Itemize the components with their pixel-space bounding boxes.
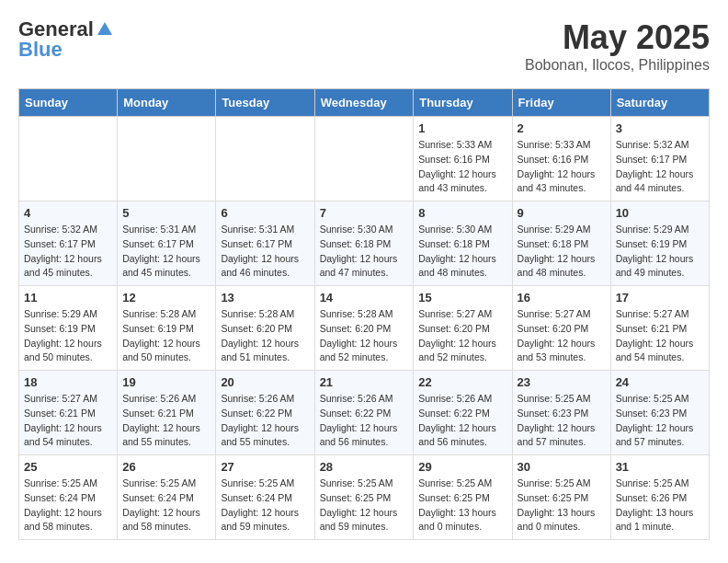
day-number: 22 [418,375,506,389]
calendar-cell: 13Sunrise: 5:28 AM Sunset: 6:20 PM Dayli… [216,286,314,371]
day-number: 9 [518,206,606,220]
header-saturday: Saturday [610,89,709,117]
calendar-cell: 14Sunrise: 5:28 AM Sunset: 6:20 PM Dayli… [314,286,414,371]
day-number: 12 [122,291,210,304]
calendar-cell: 21Sunrise: 5:26 AM Sunset: 6:22 PM Dayli… [314,371,414,455]
day-detail: Sunrise: 5:28 AM Sunset: 6:19 PM Dayligh… [122,307,210,365]
day-detail: Sunrise: 5:27 AM Sunset: 6:20 PM Dayligh… [418,307,506,365]
day-detail: Sunrise: 5:33 AM Sunset: 6:16 PM Dayligh… [518,138,606,196]
header-thursday: Thursday [414,89,512,117]
day-detail: Sunrise: 5:33 AM Sunset: 6:16 PM Dayligh… [418,138,506,196]
day-number: 3 [616,121,704,135]
page-header: General Blue May 2025 Bobonan, Ilocos, P… [18,18,710,74]
day-number: 23 [518,375,606,389]
calendar-cell: 8Sunrise: 5:30 AM Sunset: 6:18 PM Daylig… [414,201,512,286]
calendar-cell: 18Sunrise: 5:27 AM Sunset: 6:21 PM Dayli… [19,371,118,455]
calendar-cell: 1Sunrise: 5:33 AM Sunset: 6:16 PM Daylig… [414,117,512,201]
calendar-cell: 31Sunrise: 5:25 AM Sunset: 6:26 PM Dayli… [610,455,709,540]
day-detail: Sunrise: 5:29 AM Sunset: 6:19 PM Dayligh… [24,307,112,365]
calendar-cell: 15Sunrise: 5:27 AM Sunset: 6:20 PM Dayli… [414,286,512,371]
calendar-cell: 24Sunrise: 5:25 AM Sunset: 6:23 PM Dayli… [610,371,709,455]
week-row-2: 4Sunrise: 5:32 AM Sunset: 6:17 PM Daylig… [19,201,710,286]
calendar-cell: 22Sunrise: 5:26 AM Sunset: 6:22 PM Dayli… [414,371,512,455]
day-detail: Sunrise: 5:25 AM Sunset: 6:25 PM Dayligh… [518,477,606,534]
day-detail: Sunrise: 5:31 AM Sunset: 6:17 PM Dayligh… [221,223,309,281]
day-detail: Sunrise: 5:25 AM Sunset: 6:25 PM Dayligh… [320,477,409,534]
calendar-cell: 30Sunrise: 5:25 AM Sunset: 6:25 PM Dayli… [512,455,610,540]
day-number: 6 [221,206,309,220]
calendar-cell: 3Sunrise: 5:32 AM Sunset: 6:17 PM Daylig… [610,117,709,201]
day-detail: Sunrise: 5:26 AM Sunset: 6:22 PM Dayligh… [320,392,409,450]
day-detail: Sunrise: 5:25 AM Sunset: 6:23 PM Dayligh… [518,392,606,450]
svg-marker-0 [97,22,112,35]
calendar-cell: 10Sunrise: 5:29 AM Sunset: 6:19 PM Dayli… [610,201,709,286]
calendar-cell: 29Sunrise: 5:25 AM Sunset: 6:25 PM Dayli… [414,455,512,540]
week-row-4: 18Sunrise: 5:27 AM Sunset: 6:21 PM Dayli… [19,371,710,455]
day-number: 29 [418,460,506,474]
day-detail: Sunrise: 5:28 AM Sunset: 6:20 PM Dayligh… [221,307,309,365]
calendar-cell: 26Sunrise: 5:25 AM Sunset: 6:24 PM Dayli… [118,455,216,540]
calendar-body: 1Sunrise: 5:33 AM Sunset: 6:16 PM Daylig… [19,117,710,540]
day-number: 17 [616,291,704,304]
calendar-cell [216,117,314,201]
calendar-cell: 19Sunrise: 5:26 AM Sunset: 6:21 PM Dayli… [118,371,216,455]
calendar-cell: 12Sunrise: 5:28 AM Sunset: 6:19 PM Dayli… [118,286,216,371]
day-number: 11 [24,291,112,304]
calendar-cell: 6Sunrise: 5:31 AM Sunset: 6:17 PM Daylig… [216,201,314,286]
day-number: 18 [24,375,112,389]
day-detail: Sunrise: 5:31 AM Sunset: 6:17 PM Dayligh… [122,223,210,281]
day-detail: Sunrise: 5:26 AM Sunset: 6:22 PM Dayligh… [418,392,506,450]
day-number: 7 [320,206,409,220]
calendar-cell: 27Sunrise: 5:25 AM Sunset: 6:24 PM Dayli… [216,455,314,540]
calendar-cell: 7Sunrise: 5:30 AM Sunset: 6:18 PM Daylig… [314,201,414,286]
day-detail: Sunrise: 5:25 AM Sunset: 6:24 PM Dayligh… [122,477,210,534]
calendar-cell: 16Sunrise: 5:27 AM Sunset: 6:20 PM Dayli… [512,286,610,371]
day-number: 13 [221,291,309,304]
week-row-5: 25Sunrise: 5:25 AM Sunset: 6:24 PM Dayli… [19,455,710,540]
day-detail: Sunrise: 5:25 AM Sunset: 6:25 PM Dayligh… [418,477,506,534]
calendar-cell [314,117,414,201]
calendar-cell: 9Sunrise: 5:29 AM Sunset: 6:18 PM Daylig… [512,201,610,286]
day-number: 21 [320,375,409,389]
logo-icon [96,20,114,39]
week-row-1: 1Sunrise: 5:33 AM Sunset: 6:16 PM Daylig… [19,117,710,201]
day-number: 10 [616,206,704,220]
day-number: 28 [320,460,409,474]
day-number: 15 [418,291,506,304]
day-number: 2 [518,121,606,135]
calendar-cell [118,117,216,201]
day-detail: Sunrise: 5:28 AM Sunset: 6:20 PM Dayligh… [320,307,409,365]
day-number: 5 [122,206,210,220]
day-number: 30 [518,460,606,474]
day-detail: Sunrise: 5:29 AM Sunset: 6:19 PM Dayligh… [616,223,704,281]
calendar-cell: 17Sunrise: 5:27 AM Sunset: 6:21 PM Dayli… [610,286,709,371]
month-title: May 2025 [525,18,710,57]
day-number: 25 [24,460,112,474]
day-number: 14 [320,291,409,304]
header-wednesday: Wednesday [314,89,414,117]
day-detail: Sunrise: 5:25 AM Sunset: 6:24 PM Dayligh… [24,477,112,534]
day-detail: Sunrise: 5:32 AM Sunset: 6:17 PM Dayligh… [616,138,704,196]
calendar-cell: 20Sunrise: 5:26 AM Sunset: 6:22 PM Dayli… [216,371,314,455]
calendar-cell: 4Sunrise: 5:32 AM Sunset: 6:17 PM Daylig… [19,201,118,286]
day-number: 1 [418,121,506,135]
title-block: May 2025 Bobonan, Ilocos, Philippines [525,18,710,74]
location: Bobonan, Ilocos, Philippines [525,57,710,74]
calendar-table: SundayMondayTuesdayWednesdayThursdayFrid… [18,88,710,540]
day-detail: Sunrise: 5:27 AM Sunset: 6:21 PM Dayligh… [616,307,704,365]
day-number: 16 [518,291,606,304]
calendar-cell: 5Sunrise: 5:31 AM Sunset: 6:17 PM Daylig… [118,201,216,286]
day-number: 31 [616,460,704,474]
calendar-header-row: SundayMondayTuesdayWednesdayThursdayFrid… [19,89,710,117]
week-row-3: 11Sunrise: 5:29 AM Sunset: 6:19 PM Dayli… [19,286,710,371]
calendar-cell: 25Sunrise: 5:25 AM Sunset: 6:24 PM Dayli… [19,455,118,540]
day-number: 27 [221,460,309,474]
header-friday: Friday [512,89,610,117]
day-detail: Sunrise: 5:27 AM Sunset: 6:21 PM Dayligh… [24,392,112,450]
day-number: 26 [122,460,210,474]
day-detail: Sunrise: 5:30 AM Sunset: 6:18 PM Dayligh… [418,223,506,281]
calendar-cell: 28Sunrise: 5:25 AM Sunset: 6:25 PM Dayli… [314,455,414,540]
day-detail: Sunrise: 5:26 AM Sunset: 6:22 PM Dayligh… [221,392,309,450]
day-detail: Sunrise: 5:29 AM Sunset: 6:18 PM Dayligh… [518,223,606,281]
day-number: 8 [418,206,506,220]
